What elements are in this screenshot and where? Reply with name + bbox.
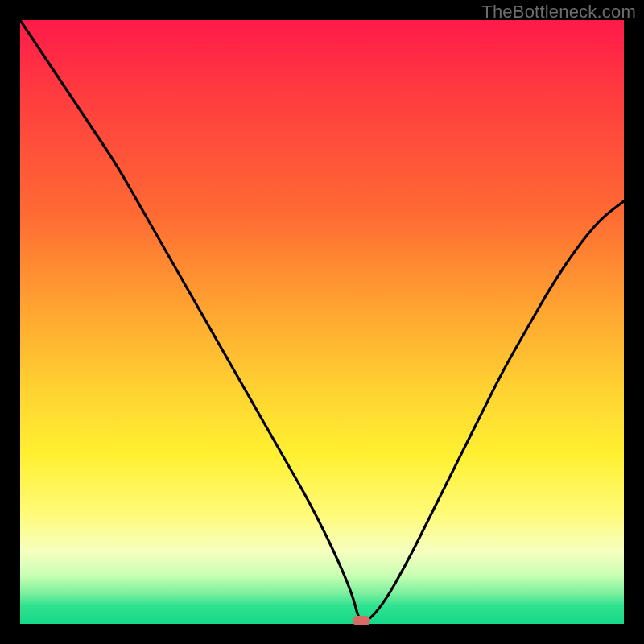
curve-path [20, 20, 624, 621]
watermark-text: TheBottleneck.com [481, 2, 636, 23]
bottleneck-curve [20, 20, 624, 624]
chart-frame: TheBottleneck.com [0, 0, 644, 644]
plot-area [20, 20, 624, 624]
optimum-marker [353, 616, 370, 625]
